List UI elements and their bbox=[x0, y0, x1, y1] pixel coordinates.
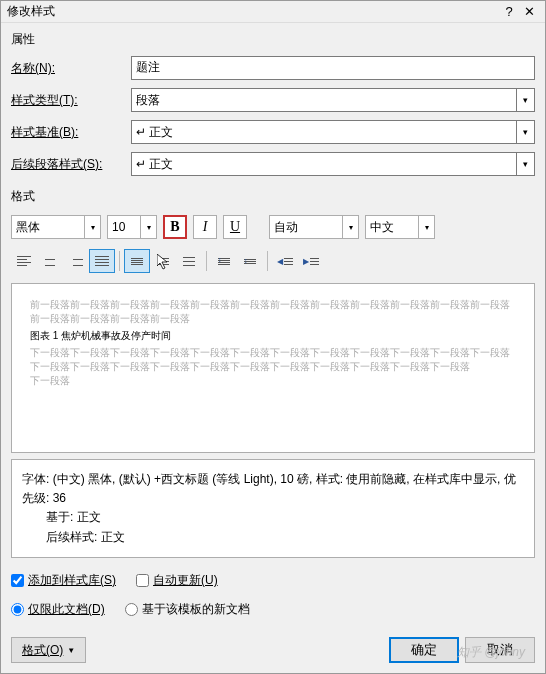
language-combo[interactable]: 中文▾ bbox=[365, 215, 435, 239]
format-section-label: 格式 bbox=[1, 180, 545, 209]
preview-after-text-2: 下一段落 bbox=[30, 374, 516, 388]
format-dropdown-button[interactable]: 格式(O) ▼ bbox=[11, 637, 86, 663]
chevron-down-icon: ▾ bbox=[516, 121, 534, 143]
preview-after-text: 下一段落下一段落下一段落下一段落下一段落下一段落下一段落下一段落下一段落下一段落… bbox=[30, 346, 516, 374]
preview-before-text: 前一段落前一段落前一段落前一段落前一段落前一段落前一段落前一段落前一段落前一段落… bbox=[30, 298, 516, 326]
bold-button[interactable]: B bbox=[163, 215, 187, 239]
based-label: 样式基准(B): bbox=[11, 124, 121, 141]
description-box: 字体: (中文) 黑体, (默认) +西文标题 (等线 Light), 10 磅… bbox=[11, 459, 535, 558]
spacing-1-button[interactable] bbox=[124, 249, 150, 273]
name-input[interactable]: 题注 bbox=[131, 56, 535, 80]
chevron-down-icon: ▾ bbox=[516, 153, 534, 175]
chevron-down-icon: ▾ bbox=[84, 216, 100, 238]
font-color-combo[interactable]: 自动▾ bbox=[269, 215, 359, 239]
ok-button[interactable]: 确定 bbox=[389, 637, 459, 663]
chevron-down-icon: ▼ bbox=[67, 646, 75, 655]
align-center-button[interactable] bbox=[37, 249, 63, 273]
increase-space-before-button[interactable]: ↕ bbox=[211, 249, 237, 273]
preview-caption-text: 图表 1 焦炉机械事故及停产时间 bbox=[30, 329, 516, 343]
this-document-radio[interactable]: 仅限此文档(D) bbox=[11, 601, 105, 618]
decrease-space-before-button[interactable]: ↕ bbox=[237, 249, 263, 273]
next-combo[interactable]: ↵ 正文▾ bbox=[131, 152, 535, 176]
close-button[interactable]: ✕ bbox=[519, 4, 539, 19]
align-right-button[interactable] bbox=[63, 249, 89, 273]
align-left-button[interactable] bbox=[11, 249, 37, 273]
align-justify-button[interactable] bbox=[89, 249, 115, 273]
font-size-combo[interactable]: 10▾ bbox=[107, 215, 157, 239]
template-radio[interactable]: 基于该模板的新文档 bbox=[125, 601, 250, 618]
auto-update-checkbox[interactable]: 自动更新(U) bbox=[136, 572, 218, 589]
add-to-library-checkbox[interactable]: 添加到样式库(S) bbox=[11, 572, 116, 589]
chevron-down-icon: ▾ bbox=[516, 89, 534, 111]
italic-button[interactable]: I bbox=[193, 215, 217, 239]
name-label: 名称(N): bbox=[11, 60, 121, 77]
chevron-down-icon: ▾ bbox=[342, 216, 358, 238]
help-button[interactable]: ? bbox=[499, 4, 519, 19]
font-name-combo[interactable]: 黑体▾ bbox=[11, 215, 101, 239]
decrease-indent-button[interactable]: ◀ bbox=[272, 249, 298, 273]
spacing-1-5-button[interactable] bbox=[150, 249, 176, 273]
underline-button[interactable]: U bbox=[223, 215, 247, 239]
increase-indent-button[interactable]: ▶ bbox=[298, 249, 324, 273]
next-label: 后续段落样式(S): bbox=[11, 156, 121, 173]
type-combo[interactable]: 段落▾ bbox=[131, 88, 535, 112]
preview-pane: 前一段落前一段落前一段落前一段落前一段落前一段落前一段落前一段落前一段落前一段落… bbox=[11, 283, 535, 453]
properties-section-label: 属性 bbox=[1, 23, 545, 52]
dialog-title: 修改样式 bbox=[7, 3, 55, 20]
based-combo[interactable]: ↵ 正文▾ bbox=[131, 120, 535, 144]
spacing-2-button[interactable] bbox=[176, 249, 202, 273]
cancel-button[interactable]: 取消 bbox=[465, 637, 535, 663]
chevron-down-icon: ▾ bbox=[418, 216, 434, 238]
type-label: 样式类型(T): bbox=[11, 92, 121, 109]
chevron-down-icon: ▾ bbox=[140, 216, 156, 238]
